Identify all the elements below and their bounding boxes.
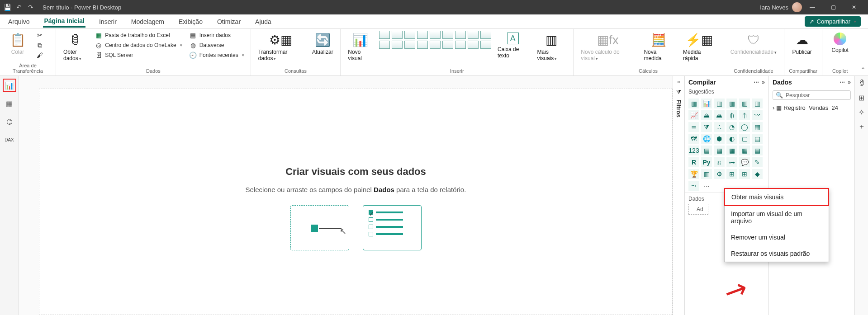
report-canvas[interactable]: Criar visuais com seus dados Selecione o… — [19, 76, 673, 315]
visual-chip[interactable] — [480, 31, 491, 39]
format-rail-icon[interactable]: ⊞ — [856, 92, 867, 103]
power-apps-icon[interactable]: ▥ — [701, 169, 712, 179]
azure-map-icon[interactable]: ⬢ — [714, 134, 725, 144]
tab-pagina-inicial[interactable]: Página Inicial — [43, 15, 85, 28]
visual-chip[interactable] — [455, 41, 466, 49]
more-arrow-icon[interactable]: ⤳ — [688, 181, 699, 191]
onelake-hub-button[interactable]: ◎Centro de dados do OneLake▾ — [93, 41, 184, 50]
expand-filters-icon[interactable]: « — [677, 79, 680, 85]
paste-button[interactable]: 📋 Colar — [5, 31, 31, 57]
tab-ajuda[interactable]: Ajuda — [254, 16, 272, 27]
new-visual-button[interactable]: 📊 Novo visual — [345, 31, 375, 63]
add-rail-icon[interactable]: ＋ — [856, 121, 867, 132]
visual-chip[interactable] — [392, 41, 403, 49]
collapse-pane-icon[interactable]: » — [762, 79, 765, 85]
table-view-button[interactable]: ▦ — [3, 97, 16, 110]
redo-icon[interactable]: ↷ — [27, 4, 34, 11]
gauge-icon[interactable]: ◐ — [726, 134, 737, 144]
sensitivity-button[interactable]: 🛡 Confidencialidade▾ — [728, 31, 779, 57]
filled-map-icon[interactable]: 🌐 — [701, 134, 712, 144]
stacked-column-chart-icon[interactable]: ▥ — [714, 99, 725, 108]
r-script-visual-icon[interactable]: R — [688, 157, 699, 167]
collapse-pane-icon[interactable]: » — [848, 79, 851, 85]
publish-button[interactable]: ☁︎ Publicar — [789, 31, 815, 57]
copilot-button[interactable]: Copilot — [827, 31, 853, 55]
format-painter-button[interactable]: 🖌 — [34, 51, 45, 60]
text-box-button[interactable]: A Caixa de texto — [495, 31, 531, 61]
tab-otimizar[interactable]: Otimizar — [216, 16, 242, 27]
add-data-fields-button[interactable]: +Ad — [688, 204, 708, 215]
save-icon[interactable]: 💾 — [4, 4, 11, 11]
hundred-stacked-bar-icon[interactable]: ▥ — [739, 99, 750, 108]
dataverse-button[interactable]: ◍Dataverse — [188, 41, 246, 50]
new-measure-button[interactable]: 🧮 Nova medida — [641, 31, 677, 63]
visual-chip[interactable] — [404, 41, 415, 49]
custom-visual-icon[interactable]: ⊞ — [739, 169, 750, 179]
undo-icon[interactable]: ↶ — [15, 4, 23, 11]
excel-workbook-button[interactable]: ▦Pasta de trabalho do Excel — [93, 31, 184, 40]
model-view-button[interactable]: ⌬ — [3, 115, 16, 128]
r-visual-icon[interactable]: ▦ — [739, 146, 750, 155]
fields-search[interactable]: 🔍 — [773, 90, 851, 100]
collapse-ribbon-icon[interactable]: ⌃ — [861, 66, 865, 73]
visual-chip[interactable] — [404, 31, 415, 39]
dax-view-button[interactable]: DAX — [3, 133, 16, 146]
tab-modelagem[interactable]: Modelagem — [130, 16, 165, 27]
funnel-chart-icon[interactable]: ⧩ — [701, 122, 712, 132]
pie-chart-icon[interactable]: ◔ — [726, 122, 737, 132]
visual-chip[interactable] — [430, 41, 441, 49]
quick-measure-button[interactable]: ⚡▦ Medida rápida — [680, 31, 718, 63]
visual-chip[interactable] — [468, 41, 479, 49]
visual-chip[interactable] — [442, 31, 453, 39]
table-node[interactable]: › ▦ Registro_Vendas_24 — [773, 103, 851, 112]
get-data-button[interactable]: 🛢 Obter dados▾ — [61, 31, 90, 63]
line-column-chart-icon[interactable]: ⫛ — [726, 110, 737, 120]
tab-inserir[interactable]: Inserir — [98, 16, 118, 27]
analytics-rail-icon[interactable]: ✧ — [856, 107, 867, 118]
multi-row-card-icon[interactable]: ▤ — [752, 134, 763, 144]
copy-button[interactable]: ⧉ — [34, 41, 45, 50]
tab-exibicao[interactable]: Exibição — [178, 16, 204, 27]
card-icon[interactable]: ▢ — [739, 134, 750, 144]
custom-visual-icon[interactable]: ◆ — [752, 169, 763, 179]
hundred-stacked-column-icon[interactable]: ▥ — [752, 99, 763, 108]
sql-server-button[interactable]: 🗄SQL Server — [93, 51, 184, 60]
visual-chip[interactable] — [379, 41, 390, 49]
cut-button[interactable]: ✂ — [34, 31, 45, 40]
line-chart-icon[interactable]: 📈 — [688, 110, 699, 120]
refresh-button[interactable]: 🔄 Atualizar — [309, 31, 336, 57]
transform-data-button[interactable]: ⚙▦ Transformar dados▾ — [256, 31, 306, 63]
smart-narrative-icon[interactable]: ✎ — [752, 157, 763, 167]
visual-chip[interactable] — [480, 41, 491, 49]
visual-chip[interactable] — [392, 31, 403, 39]
menu-remove-visual[interactable]: Remover um visual — [725, 229, 829, 245]
key-influencers-icon[interactable]: ⎌ — [714, 157, 725, 167]
recent-sources-button[interactable]: 🕘Fontes recentes▾ — [188, 51, 246, 60]
slicer-icon[interactable]: ▤ — [701, 146, 712, 155]
visual-chip[interactable] — [417, 41, 428, 49]
matrix-icon[interactable]: ▦ — [726, 146, 737, 155]
minimize-button[interactable]: — — [802, 0, 823, 14]
report-view-button[interactable]: 📊 — [3, 79, 16, 92]
more-visuals-button[interactable]: ▥ Mais visuais▾ — [535, 31, 569, 63]
visual-chip[interactable] — [468, 31, 479, 39]
table-visual-icon[interactable]: ▦ — [714, 146, 725, 155]
map-icon[interactable]: 🗺 — [688, 134, 699, 144]
new-visual-calc-button[interactable]: ▦fx Novo cálculo do visual▾ — [578, 31, 637, 63]
visual-chip[interactable] — [455, 31, 466, 39]
kpi-icon[interactable]: 123 — [688, 146, 699, 155]
menu-get-more-visuals[interactable]: Obter mais visuais — [724, 188, 829, 206]
close-button[interactable]: ✕ — [844, 0, 864, 14]
menu-import-visual[interactable]: Importar um visual de um arquivo — [725, 206, 829, 229]
visual-chip[interactable] — [430, 31, 441, 39]
paginated-report-icon[interactable]: 🏆 — [688, 169, 699, 179]
menu-restore-default-visuals[interactable]: Restaurar os visuais padrão — [725, 245, 829, 262]
python-visual-icon[interactable]: ▤ — [752, 146, 763, 155]
share-button[interactable]: ↗ Compartilhar ▾ — [805, 16, 861, 27]
power-automate-icon[interactable]: ⚙ — [714, 169, 725, 179]
clustered-column-chart-icon[interactable]: ▥ — [726, 99, 737, 108]
maximize-button[interactable]: ▢ — [823, 0, 844, 14]
canvas-page[interactable]: Criar visuais com seus dados Selecione o… — [39, 89, 673, 315]
filters-pane-collapsed[interactable]: « ⧩ Filtros — [673, 76, 684, 315]
enter-data-button[interactable]: ▤Inserir dados — [188, 31, 246, 40]
